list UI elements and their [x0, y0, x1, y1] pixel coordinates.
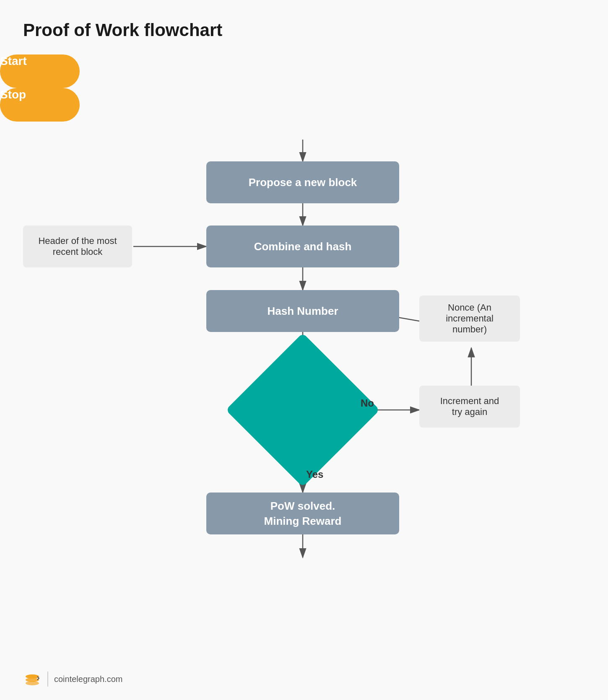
svg-point-14	[26, 674, 39, 679]
nonce-note-box: Nonce (An incremental number)	[419, 296, 520, 342]
hash-number-box: Hash Number	[206, 290, 399, 332]
combine-hash-box: Combine and hash	[206, 226, 399, 267]
increment-note-box: Increment and try again	[419, 386, 520, 428]
decision-diamond	[226, 333, 380, 487]
header-note-box: Header of the most recent block	[23, 226, 132, 267]
footer-divider	[47, 671, 48, 687]
start-oval: Start	[0, 54, 80, 88]
stop-oval: Stop	[0, 88, 80, 122]
flowchart: Start Propose a new block Header of the …	[0, 54, 608, 683]
diamond-wrap: Hash value >Target Value	[248, 355, 357, 464]
pow-solved-box: PoW solved. Mining Reward	[206, 493, 399, 534]
yes-label: Yes	[306, 469, 323, 480]
footer: cointelegraph.com	[23, 670, 122, 688]
footer-logo-icon	[23, 670, 42, 688]
footer-site: cointelegraph.com	[54, 674, 122, 684]
page-title: Proof of Work flowchart	[23, 20, 222, 40]
propose-block-box: Propose a new block	[206, 161, 399, 203]
no-label: No	[361, 397, 374, 409]
